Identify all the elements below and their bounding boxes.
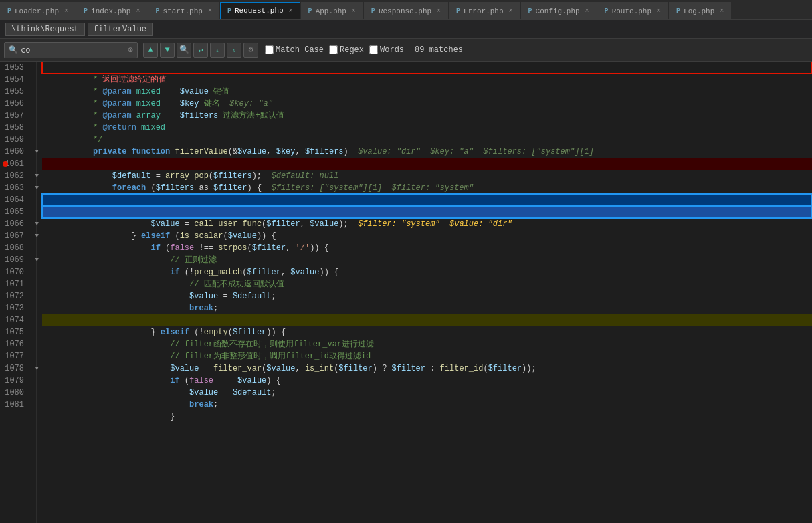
php-icon: P — [227, 7, 231, 15]
php-icon: P — [676, 7, 680, 15]
tab-response[interactable]: P Response.php × — [364, 2, 448, 19]
close-icon[interactable]: × — [289, 7, 293, 15]
line-num-1061: 1061 — [0, 158, 29, 170]
tab-bar: P Loader.php × P index.php × P start.php… — [0, 0, 812, 20]
regex-option[interactable]: Regex — [329, 45, 364, 55]
code-line-1070: // 匹配不成功返回默认值 — [42, 266, 812, 278]
line-num-1062: 1062▼ — [0, 170, 29, 182]
line-num-1079: 1079 — [0, 375, 29, 387]
tab-log[interactable]: P Log.php × — [669, 2, 731, 19]
close-icon[interactable]: × — [208, 7, 212, 15]
php-icon: P — [7, 7, 11, 15]
clear-search-icon[interactable]: ⊗ — [128, 45, 133, 56]
code-line-1054: * @param mixed $value 键值 — [42, 74, 812, 86]
match-case-label: Match Case — [276, 45, 324, 55]
code-line-1062: foreach ($filters as $filter) { $filters… — [42, 170, 812, 182]
find-usages-button[interactable]: 🔍 — [177, 43, 191, 58]
line-num-1057: 1057 — [0, 110, 29, 122]
breadcrumb: \think\Request filterValue — [0, 20, 812, 39]
php-icon: P — [371, 7, 375, 15]
php-icon: P — [156, 7, 160, 15]
close-icon[interactable]: × — [437, 7, 441, 15]
tab-label: Loader.php — [15, 7, 59, 15]
line-num-1060: 1060▼ — [0, 146, 29, 158]
tab-loader[interactable]: P Loader.php × — [0, 2, 76, 19]
code-line-1077: $value = filter_var($value, is_int($filt… — [42, 350, 812, 362]
match-case-option[interactable]: Match Case — [265, 45, 324, 55]
code-line-1068: // 正则过滤 — [42, 242, 812, 254]
search-options: Match Case Regex Words 89 matches — [265, 45, 463, 55]
code-line-1072: break; — [42, 290, 812, 302]
code-lines: * 返回过滤给定的值 * @param mixed $value 键值 * @p… — [37, 62, 812, 523]
code-line-1076: // filter为非整形值时，调用filter_id取得过滤id — [42, 338, 812, 350]
code-line-1081: } — [42, 399, 812, 411]
close-icon[interactable]: × — [352, 7, 356, 15]
line-num-1053: 1053 — [0, 62, 29, 74]
line-num-1066: 1066▼ — [0, 218, 29, 230]
line-num-1078: 1078▼ — [0, 362, 29, 375]
match-case-checkbox[interactable] — [265, 45, 274, 54]
next-match-button[interactable]: ▼ — [160, 43, 175, 58]
tab-start[interactable]: P start.php × — [148, 2, 219, 19]
code-line-1061: $default = array_pop($filters); $default… — [42, 158, 812, 170]
close-icon[interactable]: × — [64, 7, 68, 15]
toggle-multiline-button[interactable]: ↵ — [193, 43, 208, 58]
code-line-1074: } elseif (!empty($filter)) { — [42, 314, 812, 326]
tab-request[interactable]: P Request.php × — [220, 2, 300, 19]
line-num-1063: 1063▼ — [0, 182, 29, 194]
tab-label: Log.php — [684, 7, 714, 15]
php-icon: P — [84, 7, 88, 15]
line-num-1072: 1072 — [0, 290, 29, 302]
breadcrumb-method[interactable]: filterValue — [88, 23, 153, 36]
line-num-1055: 1055 — [0, 86, 29, 98]
code-line-1075: // filter函数不存在时，则使用filter_var进行过滤 — [42, 326, 812, 338]
search-input[interactable] — [21, 45, 125, 55]
line-num-1069: 1069▼ — [0, 254, 29, 266]
close-icon[interactable]: × — [585, 7, 589, 15]
code-line-1066: } elseif (is_scalar($value)) { — [42, 218, 812, 230]
settings-button[interactable]: ⚙ — [243, 43, 258, 58]
code-line-1057: * @return mixed — [42, 110, 812, 122]
code-line-1079: $value = $default; — [42, 375, 812, 387]
tab-label: Config.php — [536, 7, 580, 15]
tab-label: Request.php — [235, 7, 284, 15]
words-option[interactable]: Words — [369, 45, 404, 55]
code-line-1059: private function filterValue(&$value, $k… — [42, 134, 812, 146]
code-line-1064: // 调用函数或者方法过滤 — [42, 194, 812, 206]
code-line-1063: if (is_callable($filter)) { — [42, 182, 812, 194]
code-line-1067: if (false !== strpos($filter, '/')) { — [42, 230, 812, 242]
tab-label: start.php — [163, 7, 203, 15]
code-line-1065: $value = call_user_func($filter, $value)… — [42, 206, 812, 218]
close-icon[interactable]: × — [509, 7, 513, 15]
words-label: Words — [380, 45, 404, 55]
tab-label: Response.php — [379, 7, 431, 15]
close-icon[interactable]: × — [657, 7, 661, 15]
line-num-1077: 1077 — [0, 350, 29, 362]
code-line-1060: { — [42, 146, 812, 158]
words-checkbox[interactable] — [369, 45, 378, 54]
toggle-regex-replace[interactable]: ₗ — [227, 43, 241, 58]
prev-match-button[interactable]: ▲ — [143, 43, 158, 58]
tab-error[interactable]: P Error.php × — [449, 2, 520, 19]
close-icon[interactable]: × — [720, 7, 724, 15]
search-toolbar-icons: ▲ ▼ 🔍 ↵ ᵢ ₗ ⚙ — [143, 43, 258, 58]
toggle-case-preserve[interactable]: ᵢ — [210, 43, 225, 58]
tab-label: App.php — [316, 7, 346, 15]
tab-app[interactable]: P App.php × — [301, 2, 363, 19]
line-num-1073: 1073 — [0, 302, 29, 314]
close-icon[interactable]: × — [136, 7, 140, 15]
line-num-1058: 1058 — [0, 122, 29, 134]
breadcrumb-class[interactable]: \think\Request — [5, 23, 85, 36]
code-line-1053: * 返回过滤给定的值 — [42, 62, 812, 74]
tab-label: Error.php — [464, 7, 503, 15]
line-num-1067: 1067▼ — [0, 230, 29, 242]
tab-index[interactable]: P index.php × — [76, 2, 147, 19]
line-num-1054: 1054 — [0, 74, 29, 86]
line-num-1071: 1071 — [0, 278, 29, 290]
php-icon: P — [528, 7, 532, 15]
search-input-wrap: 🔍 ⊗ — [4, 42, 138, 58]
regex-checkbox[interactable] — [329, 45, 338, 54]
tab-route[interactable]: P Route.php × — [597, 2, 668, 19]
tab-config[interactable]: P Config.php × — [521, 2, 597, 19]
code-line-1078: if (false === $value) { — [42, 362, 812, 375]
